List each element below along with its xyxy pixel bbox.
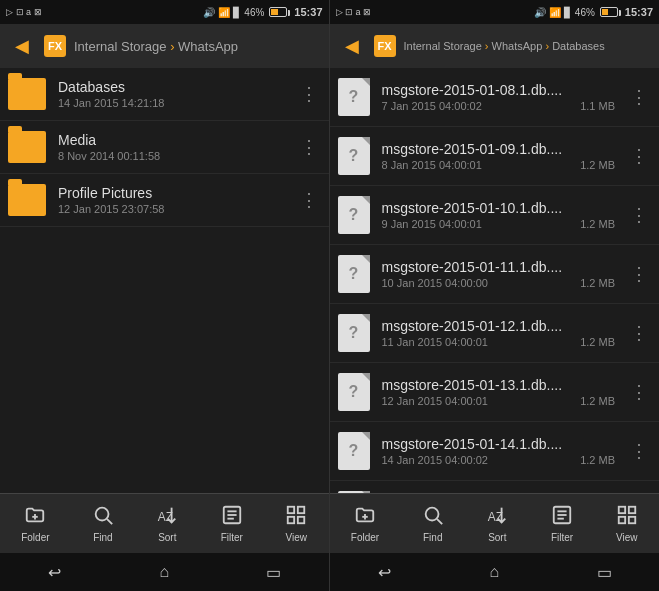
- search-icon-right: [422, 504, 444, 529]
- status-right-left: 🔊 📶 ▊ 46% 15:37: [203, 6, 322, 18]
- more-button[interactable]: ⋮: [297, 135, 321, 159]
- list-item[interactable]: Databases 14 Jan 2015 14:21:18 ⋮: [0, 68, 329, 121]
- file-size: 1.1 MB: [580, 100, 615, 112]
- bottom-toolbar-right: Folder Find AZ Sort: [330, 493, 660, 553]
- nav-recent-right[interactable]: ▭: [588, 558, 620, 586]
- toolbar-filter[interactable]: Filter: [221, 504, 243, 543]
- toolbar-folder-right[interactable]: Folder: [351, 504, 379, 543]
- toolbar-sort[interactable]: AZ Sort: [156, 504, 178, 543]
- more-button[interactable]: ⋮: [627, 85, 651, 109]
- more-button[interactable]: ⋮: [627, 203, 651, 227]
- sort-icon-right: AZ: [486, 504, 508, 529]
- unknown-file-icon: [338, 137, 370, 175]
- file-meta: 14 Jan 2015 04:00:02 1.2 MB: [382, 454, 616, 466]
- file-size: 1.2 MB: [580, 454, 615, 466]
- toolbar-view-right[interactable]: View: [616, 504, 638, 543]
- battery-right: [600, 7, 618, 17]
- svg-line-17: [437, 519, 442, 524]
- toolbar-sort-right[interactable]: AZ Sort: [486, 504, 508, 543]
- unknown-file-icon: [338, 196, 370, 234]
- file-name: msgstore-2015-01-12.1.db....: [382, 318, 616, 334]
- time-right: 15:37: [625, 6, 653, 18]
- list-item[interactable]: msgstore-2015-01-08.1.db.... 7 Jan 2015 …: [330, 68, 660, 127]
- wifi-icon-right: 📶: [549, 7, 561, 18]
- more-button[interactable]: ⋮: [297, 188, 321, 212]
- file-size: 1.2 MB: [580, 277, 615, 289]
- file-date: 9 Jan 2015 04:00:01: [382, 218, 482, 230]
- title-bar-right: ◀ FX Internal Storage › WhatsApp › Datab…: [330, 24, 660, 68]
- list-item[interactable]: msgstore.db.crypt8 14 Jan 2015 14:21:18 …: [330, 481, 660, 493]
- svg-rect-10: [288, 507, 294, 513]
- list-item[interactable]: msgstore-2015-01-11.1.db.... 10 Jan 2015…: [330, 245, 660, 304]
- svg-rect-13: [298, 517, 304, 523]
- app-icon-right: FX: [374, 35, 396, 57]
- sort-icon: AZ: [156, 504, 178, 529]
- file-date: 10 Jan 2015 04:00:00: [382, 277, 488, 289]
- svg-rect-24: [618, 507, 624, 513]
- view-icon: [285, 504, 307, 529]
- toolbar-view[interactable]: View: [285, 504, 307, 543]
- more-button[interactable]: ⋮: [627, 321, 651, 345]
- more-button[interactable]: ⋮: [627, 144, 651, 168]
- file-info: Profile Pictures 12 Jan 2015 23:07:58: [58, 185, 285, 215]
- unknown-file-icon: [338, 373, 370, 411]
- svg-rect-12: [288, 517, 294, 523]
- more-button[interactable]: ⋮: [627, 262, 651, 286]
- file-date: 11 Jan 2015 04:00:01: [382, 336, 488, 348]
- title-bar-left: ◀ FX Internal Storage › WhatsApp: [0, 24, 329, 68]
- nav-home-right[interactable]: ⌂: [478, 558, 510, 586]
- breadcrumb-current-right: Databases: [552, 40, 605, 52]
- nav-back-right[interactable]: ↩: [368, 558, 400, 586]
- nav-recent-left[interactable]: ▭: [258, 558, 290, 586]
- breadcrumb-current-left: WhatsApp: [178, 39, 238, 54]
- back-button-right[interactable]: ◀: [338, 32, 366, 60]
- status-bar-right: ▷ ⊡ a ⊠ 🔊 📶 ▊ 46% 15:37: [330, 0, 660, 24]
- toolbar-folder[interactable]: Folder: [21, 504, 49, 543]
- back-button-left[interactable]: ◀: [8, 32, 36, 60]
- list-item[interactable]: msgstore-2015-01-14.1.db.... 14 Jan 2015…: [330, 422, 660, 481]
- toolbar-folder-label-right: Folder: [351, 532, 379, 543]
- toolbar-filter-label: Filter: [221, 532, 243, 543]
- file-meta: 14 Jan 2015 14:21:18: [58, 97, 285, 109]
- file-info: msgstore-2015-01-08.1.db.... 7 Jan 2015 …: [382, 82, 616, 112]
- more-button[interactable]: ⋮: [297, 82, 321, 106]
- folder-icon: [8, 184, 46, 216]
- file-info: Databases 14 Jan 2015 14:21:18: [58, 79, 285, 109]
- battery-pct-right: 46%: [575, 7, 595, 18]
- svg-point-16: [425, 508, 438, 521]
- list-item[interactable]: Media 8 Nov 2014 00:11:58 ⋮: [0, 121, 329, 174]
- nav-back-left[interactable]: ↩: [39, 558, 71, 586]
- volume-icon-right: 🔊: [534, 7, 546, 18]
- file-info: msgstore-2015-01-09.1.db.... 8 Jan 2015 …: [382, 141, 616, 171]
- breadcrumb-mid-right: WhatsApp: [492, 40, 543, 52]
- list-item[interactable]: msgstore-2015-01-09.1.db.... 8 Jan 2015 …: [330, 127, 660, 186]
- panel-right: ▷ ⊡ a ⊠ 🔊 📶 ▊ 46% 15:37 ◀ FX Internal St…: [330, 0, 660, 591]
- more-button[interactable]: ⋮: [627, 439, 651, 463]
- file-meta: 9 Jan 2015 04:00:01 1.2 MB: [382, 218, 616, 230]
- list-item[interactable]: msgstore-2015-01-13.1.db.... 12 Jan 2015…: [330, 363, 660, 422]
- file-meta: 8 Jan 2015 04:00:01 1.2 MB: [382, 159, 616, 171]
- file-meta: 12 Jan 2015 04:00:01 1.2 MB: [382, 395, 616, 407]
- list-item[interactable]: Profile Pictures 12 Jan 2015 23:07:58 ⋮: [0, 174, 329, 227]
- list-item[interactable]: msgstore-2015-01-12.1.db.... 11 Jan 2015…: [330, 304, 660, 363]
- list-item[interactable]: msgstore-2015-01-10.1.db.... 9 Jan 2015 …: [330, 186, 660, 245]
- file-info: msgstore-2015-01-10.1.db.... 9 Jan 2015 …: [382, 200, 616, 230]
- file-name: msgstore-2015-01-13.1.db....: [382, 377, 616, 393]
- status-icons-left: ▷ ⊡ a ⊠: [6, 7, 42, 17]
- toolbar-filter-label-right: Filter: [551, 532, 573, 543]
- toolbar-view-label-right: View: [616, 532, 638, 543]
- file-info: msgstore-2015-01-13.1.db.... 12 Jan 2015…: [382, 377, 616, 407]
- file-size: 1.2 MB: [580, 159, 615, 171]
- bottom-toolbar-left: Folder Find AZ Sort: [0, 493, 329, 553]
- battery-left: [269, 7, 287, 17]
- file-meta: 12 Jan 2015 23:07:58: [58, 203, 285, 215]
- more-button[interactable]: ⋮: [627, 380, 651, 404]
- file-date: 12 Jan 2015 23:07:58: [58, 203, 164, 215]
- toolbar-find-right[interactable]: Find: [422, 504, 444, 543]
- app-icon-left: FX: [44, 35, 66, 57]
- toolbar-filter-right[interactable]: Filter: [551, 504, 573, 543]
- nav-home-left[interactable]: ⌂: [148, 558, 180, 586]
- folder-add-icon-right: [354, 504, 376, 529]
- breadcrumb-root-right: Internal Storage: [404, 40, 482, 52]
- toolbar-find[interactable]: Find: [92, 504, 114, 543]
